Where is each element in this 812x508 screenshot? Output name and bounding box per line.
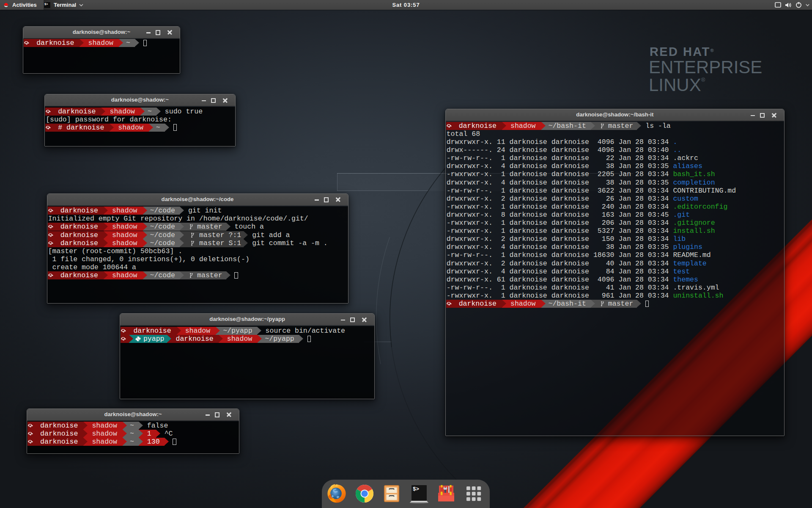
svg-text:$>: $> [413,486,419,492]
